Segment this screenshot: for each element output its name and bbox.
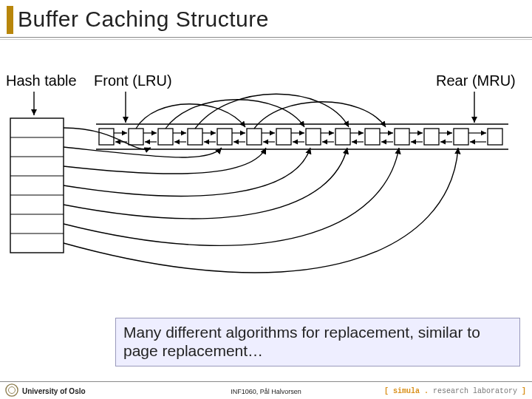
svg-rect-17 bbox=[335, 129, 350, 145]
svg-rect-16 bbox=[306, 129, 321, 145]
svg-point-53 bbox=[9, 387, 16, 394]
lab-bracket-close: ] bbox=[522, 387, 526, 395]
footer-lab: [ simula . research laboratory ] bbox=[384, 387, 526, 395]
lab-rest: research laboratory bbox=[433, 387, 522, 395]
slide-title: Buffer Caching Structure bbox=[18, 7, 269, 32]
buffer-list bbox=[99, 129, 502, 145]
footer-course: INF1060, Pål Halvorsen bbox=[231, 388, 301, 395]
svg-rect-0 bbox=[10, 118, 64, 253]
svg-point-52 bbox=[6, 384, 18, 396]
university-seal-icon bbox=[5, 383, 18, 397]
svg-rect-18 bbox=[365, 129, 380, 145]
svg-rect-15 bbox=[276, 129, 291, 145]
svg-rect-10 bbox=[129, 129, 143, 145]
hash-table bbox=[10, 118, 64, 253]
svg-rect-22 bbox=[488, 129, 502, 145]
title-rule bbox=[0, 37, 532, 38]
title-bar: Buffer Caching Structure bbox=[0, 4, 532, 37]
svg-rect-20 bbox=[424, 129, 439, 145]
title-accent bbox=[7, 6, 13, 34]
footer-university: University of Oslo bbox=[22, 387, 86, 395]
lab-bracket-open: [ bbox=[384, 387, 393, 395]
callout-note: Many different algorithms for replacemen… bbox=[115, 318, 520, 366]
chain-arcs bbox=[136, 94, 386, 129]
svg-rect-12 bbox=[188, 129, 202, 145]
title-rule-shadow bbox=[0, 39, 532, 40]
svg-rect-13 bbox=[217, 129, 232, 145]
lab-name: simula bbox=[393, 387, 420, 395]
svg-rect-19 bbox=[395, 129, 409, 145]
buffer-cache-diagram bbox=[0, 61, 532, 312]
footer: University of Oslo INF1060, Pål Halvorse… bbox=[0, 381, 532, 399]
lab-dot: . bbox=[420, 387, 433, 395]
svg-rect-21 bbox=[454, 129, 468, 145]
svg-rect-14 bbox=[247, 129, 262, 145]
svg-rect-11 bbox=[158, 129, 173, 145]
